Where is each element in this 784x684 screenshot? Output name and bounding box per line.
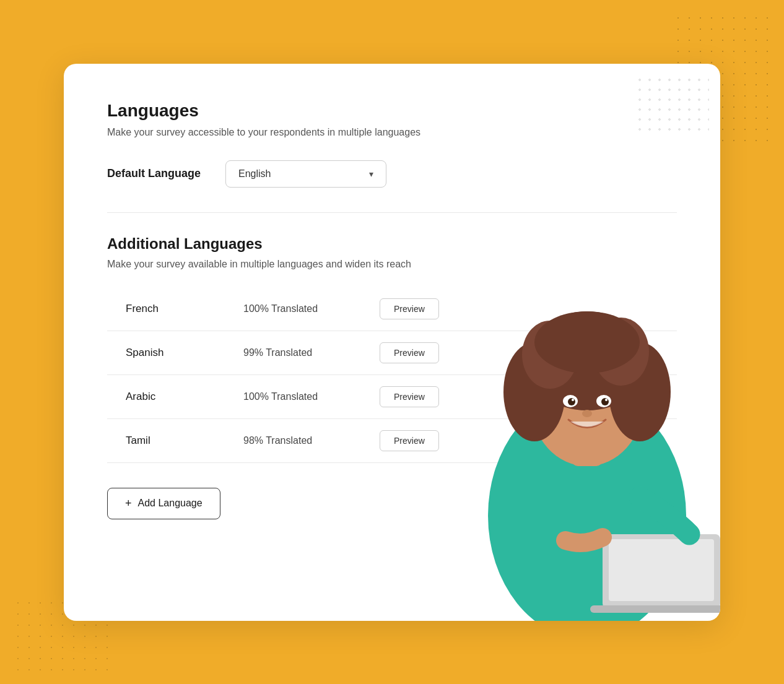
default-language-row: Default Language English ▾ [107, 160, 677, 188]
language-row: French100% TranslatedPreview [107, 287, 677, 331]
default-language-select[interactable]: English ▾ [225, 160, 386, 188]
svg-rect-18 [590, 605, 720, 613]
language-name: Tamil [107, 435, 243, 447]
preview-button[interactable]: Preview [380, 342, 439, 363]
svg-rect-16 [603, 534, 720, 608]
plus-icon: + [125, 497, 132, 510]
additional-languages-title: Additional Languages [107, 235, 677, 253]
default-language-label: Default Language [107, 167, 201, 180]
language-row: Arabic100% TranslatedPreview [107, 375, 677, 419]
additional-languages-subtitle: Make your survey available in multiple l… [107, 259, 677, 270]
language-status: 98% Translated [243, 435, 380, 446]
section-divider [107, 212, 677, 213]
language-row: Spanish99% TranslatedPreview [107, 331, 677, 375]
language-status: 100% Translated [243, 391, 380, 402]
language-name: Spanish [107, 347, 243, 359]
preview-button[interactable]: Preview [380, 298, 439, 319]
preview-button[interactable]: Preview [380, 430, 439, 451]
language-status: 100% Translated [243, 303, 380, 314]
additional-languages-section: Additional Languages Make your survey av… [107, 235, 677, 270]
main-card: Languages Make your survey accessible to… [64, 64, 720, 621]
svg-rect-17 [609, 539, 714, 601]
selected-language-text: English [238, 168, 271, 180]
language-name: French [107, 303, 243, 315]
languages-subtitle: Make your survey accessible to your resp… [107, 127, 677, 138]
language-row: Tamil98% TranslatedPreview [107, 419, 677, 463]
chevron-down-icon: ▾ [369, 169, 373, 179]
preview-button[interactable]: Preview [380, 386, 439, 407]
languages-section: Languages Make your survey accessible to… [107, 101, 677, 138]
add-language-label: Add Language [138, 498, 203, 509]
language-status: 99% Translated [243, 347, 380, 358]
languages-title: Languages [107, 101, 677, 121]
languages-list: French100% TranslatedPreviewSpanish99% T… [107, 287, 677, 463]
language-name: Arabic [107, 391, 243, 403]
add-language-button[interactable]: + Add Language [107, 488, 220, 519]
